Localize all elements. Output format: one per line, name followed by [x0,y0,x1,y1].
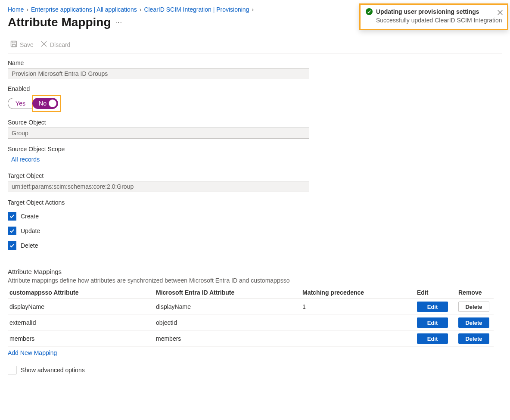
toast-close-button[interactable] [497,9,506,18]
toast-title: Updating user provisioning settings [376,8,479,15]
source-scope-label: Source Object Scope [8,146,502,152]
save-button[interactable]: Save [10,40,34,49]
source-scope-link[interactable]: All records [11,156,40,163]
add-new-mapping-link[interactable]: Add New Mapping [8,349,57,356]
cell-precedence [301,315,415,331]
delete-button[interactable]: Delete [458,333,489,344]
edit-button[interactable]: Edit [417,333,448,344]
table-row: displayNamedisplayName1EditDelete [8,299,494,315]
discard-button[interactable]: Discard [40,40,70,49]
edit-button[interactable]: Edit [417,317,448,328]
source-object-value: Group [12,130,28,137]
success-icon [366,8,373,15]
col-custom-header: customappsso Attribute [8,286,154,299]
col-entra-header: Microsoft Entra ID Attribute [154,286,301,299]
target-actions-label: Target Object Actions [8,199,502,206]
delete-checkbox[interactable] [8,241,16,250]
cell-custom-attr: externalId [8,315,154,331]
delete-button[interactable]: Delete [458,317,489,328]
name-value: Provision Microsoft Entra ID Groups [12,70,108,77]
cell-precedence [301,331,415,347]
name-label: Name [8,59,502,66]
command-bar: Save Discard [8,38,502,53]
chevron-right-icon: › [26,6,28,13]
create-checkbox[interactable] [8,212,16,221]
highlight-annotation: No [32,95,61,112]
discard-label: Discard [50,41,70,48]
cell-entra-attr: objectId [154,315,301,331]
save-label: Save [20,41,34,48]
create-label: Create [21,213,39,220]
breadcrumb-provisioning[interactable]: ClearID SCIM Integration | Provisioning [144,6,249,13]
enabled-toggle-yes[interactable]: Yes [8,98,33,109]
toast-body: Successfully updated ClearID SCIM Integr… [376,17,503,24]
breadcrumb-home[interactable]: Home [8,6,24,13]
toast-notification: Updating user provisioning settings Succ… [359,3,508,30]
enabled-label: Enabled [8,85,502,92]
name-field: Provision Microsoft Entra ID Groups [8,68,309,79]
show-advanced-label: Show advanced options [21,367,85,373]
svg-rect-1 [12,44,16,47]
update-label: Update [21,227,40,234]
cell-custom-attr: displayName [8,299,154,315]
cell-custom-attr: members [8,331,154,347]
cell-entra-attr: displayName [154,299,301,315]
attribute-mappings-table: customappsso Attribute Microsoft Entra I… [8,286,494,347]
delete-label: Delete [21,242,38,249]
col-remove-header: Remove [457,286,494,299]
col-precedence-header: Matching precedence [301,286,415,299]
target-object-field: urn:ietf:params:scim:schemas:core:2.0:Gr… [8,181,309,192]
show-advanced-checkbox[interactable] [8,366,16,374]
source-object-label: Source Object [8,119,502,126]
cell-precedence: 1 [301,299,415,315]
mappings-description: Attribute mappings define how attributes… [8,277,502,284]
enabled-toggle-no[interactable]: No [32,98,58,109]
update-checkbox[interactable] [8,227,16,235]
close-icon [40,40,47,49]
table-row: externalIdobjectIdEditDelete [8,315,494,331]
table-row: membersmembersEditDelete [8,331,494,347]
save-icon [10,40,17,49]
target-object-value: urn:ietf:params:scim:schemas:core:2.0:Gr… [12,183,134,190]
source-object-field: Group [8,128,309,139]
delete-button: Delete [458,302,489,312]
more-icon[interactable]: ··· [115,19,122,26]
mappings-heading: Attribute Mappings [8,268,502,275]
chevron-right-icon: › [252,6,254,13]
chevron-right-icon: › [140,6,142,13]
target-object-label: Target Object [8,172,502,179]
breadcrumb-enterprise-apps[interactable]: Enterprise applications | All applicatio… [31,6,137,13]
page-title: Attribute Mapping [8,16,111,29]
col-edit-header: Edit [415,286,457,299]
cell-entra-attr: members [154,331,301,347]
edit-button[interactable]: Edit [417,302,448,312]
